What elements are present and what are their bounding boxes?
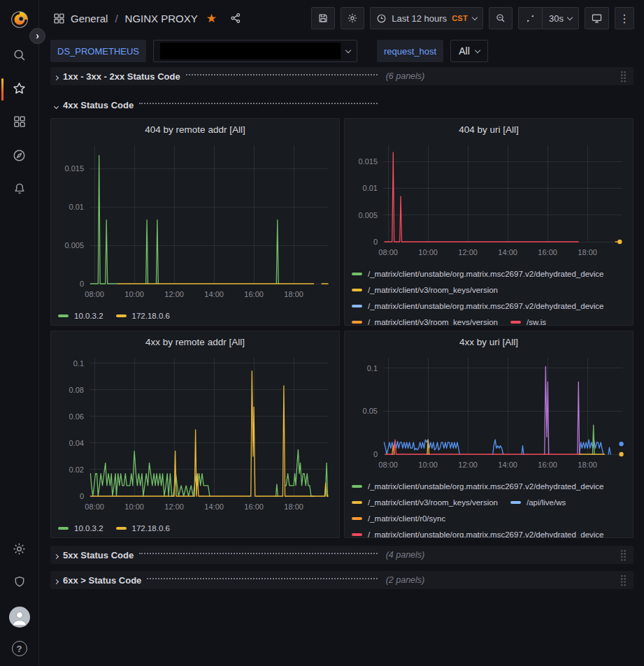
variable-select-ds-prometheus[interactable] xyxy=(153,40,357,62)
time-series-chart[interactable]: 00.0050.010.01508:0010:0012:0014:0016:00… xyxy=(57,140,334,302)
variable-select-request-host[interactable]: All xyxy=(450,40,488,62)
svg-text:0: 0 xyxy=(80,280,84,288)
svg-text:14:00: 14:00 xyxy=(498,461,517,469)
legend-item[interactable]: 10.0.3.2 xyxy=(58,307,103,324)
sidebar-item-configuration[interactable] xyxy=(0,533,39,567)
chevron-down-icon xyxy=(472,14,478,20)
panel-title[interactable]: 4xx by uri [All] xyxy=(345,331,633,352)
time-series-chart[interactable]: 00.0050.010.01508:0010:0012:0014:0016:00… xyxy=(351,140,628,260)
row-title: 5xx Status Code xyxy=(63,550,134,560)
time-series-chart[interactable]: 00.020.040.060.080.108:0010:0012:0014:00… xyxy=(57,352,334,514)
legend-swatch xyxy=(352,305,362,307)
legend-item[interactable]: 172.18.0.6 xyxy=(116,520,170,536)
svg-text:0.06: 0.06 xyxy=(69,412,84,421)
legend-swatch xyxy=(352,321,362,324)
panel-2: 404 by uri [All]00.0050.010.01508:0010:0… xyxy=(344,118,634,326)
svg-text:16:00: 16:00 xyxy=(244,502,264,511)
save-button[interactable] xyxy=(311,7,335,29)
svg-text:08:00: 08:00 xyxy=(85,290,104,298)
row-header-1xx-3xx-2xx[interactable]: 1xx - 3xx - 2xx Status Code (6 panels) xyxy=(50,67,634,85)
sidebar-item-dashboards[interactable] xyxy=(0,106,39,140)
legend-item[interactable]: /_matrix/client/unstable/org.matrix.msc2… xyxy=(352,266,604,282)
svg-text:10:00: 10:00 xyxy=(124,502,144,511)
bell-icon xyxy=(13,182,27,198)
sidebar-item-starred[interactable] xyxy=(0,73,39,106)
svg-text:10:00: 10:00 xyxy=(124,290,144,298)
time-range-picker[interactable]: Last 12 hours CST xyxy=(370,7,483,29)
legend-item[interactable]: /_matrix/client/unstable/org.matrix.msc2… xyxy=(352,298,604,314)
refresh-button[interactable] xyxy=(519,8,542,29)
legend-item[interactable]: /sw.js xyxy=(510,314,546,325)
legend-item[interactable]: /_matrix/client/v3/room_keys/version xyxy=(352,314,498,325)
row-header-6xx[interactable]: 6xx > Status Code (2 panels) xyxy=(50,571,634,589)
legend-item[interactable]: /_matrix/client/unstable/org.matrix.msc2… xyxy=(352,526,604,537)
legend-label: /_matrix/client/unstable/org.matrix.msc2… xyxy=(368,302,604,310)
time-range-label: Last 12 hours xyxy=(392,13,447,24)
cycle-view-mode-button[interactable] xyxy=(585,7,609,29)
svg-text:16:00: 16:00 xyxy=(244,290,264,298)
drag-handle-icon[interactable] xyxy=(620,549,627,561)
panel-4: 4xx by uri [All]00.050.108:0010:0012:001… xyxy=(344,331,634,538)
drag-handle-icon[interactable] xyxy=(620,574,627,586)
legend-swatch xyxy=(510,321,521,324)
sidebar-expand-button[interactable]: › xyxy=(29,28,45,44)
panel-title[interactable]: 4xx by remote addr [All] xyxy=(51,331,339,352)
legend-item[interactable]: /api/live/ws xyxy=(510,494,566,510)
panel-title[interactable]: 404 by remote addr [All] xyxy=(51,119,339,140)
legend-label: 172.18.0.6 xyxy=(132,524,170,533)
sidebar-item-profile[interactable] xyxy=(0,600,39,634)
dashboard-settings-button[interactable] xyxy=(341,7,364,29)
legend-swatch xyxy=(58,527,69,530)
panel-3: 4xx by remote addr [All]00.020.040.060.0… xyxy=(50,331,340,538)
legend-swatch xyxy=(116,527,127,530)
variable-label-ds-prometheus: DS_PROMETHEUS xyxy=(50,40,146,62)
favorite-star-icon[interactable]: ★ xyxy=(206,11,217,25)
sidebar-item-search[interactable] xyxy=(0,39,39,73)
legend-swatch xyxy=(352,485,362,488)
legend-label: /_matrix/client/v3/room_keys/version xyxy=(368,286,498,294)
variable-label-request-host: request_host xyxy=(377,40,443,62)
svg-text:0.015: 0.015 xyxy=(64,164,84,173)
legend-item[interactable]: 10.0.3.2 xyxy=(58,520,103,536)
row-header-5xx[interactable]: 5xx Status Code (4 panels) xyxy=(50,546,634,564)
legend-item[interactable]: /_matrix/client/r0/sync xyxy=(352,510,445,526)
avatar xyxy=(9,607,30,628)
sidebar-item-help[interactable]: ? xyxy=(0,634,39,663)
breadcrumb-section[interactable]: General xyxy=(71,13,108,24)
svg-text:18:00: 18:00 xyxy=(578,461,597,469)
panel-legend: /_matrix/client/unstable/org.matrix.msc2… xyxy=(345,475,633,537)
row-panel-count: (2 panels) xyxy=(386,575,425,585)
compass-icon xyxy=(12,148,27,166)
legend-label: /sw.js xyxy=(527,318,546,326)
svg-text:0.005: 0.005 xyxy=(64,241,84,249)
legend-label: 172.18.0.6 xyxy=(132,312,170,320)
star-icon xyxy=(12,81,27,99)
legend-item[interactable]: /_matrix/client/unstable/org.matrix.msc2… xyxy=(352,478,604,494)
sidebar-item-explore[interactable] xyxy=(0,140,39,173)
more-options-button[interactable]: ⋮ xyxy=(615,7,634,29)
share-icon[interactable] xyxy=(229,12,242,24)
svg-text:0: 0 xyxy=(80,492,84,500)
zoom-out-button[interactable] xyxy=(489,7,513,29)
sidebar-item-alerting[interactable] xyxy=(0,173,39,207)
help-icon: ? xyxy=(12,641,27,656)
refresh-interval-value: 30s xyxy=(549,13,564,24)
toolbar: Last 12 hours CST 30s xyxy=(311,7,634,29)
legend-swatch xyxy=(352,289,362,291)
panel-title[interactable]: 404 by uri [All] xyxy=(345,119,633,140)
breadcrumb-separator: / xyxy=(115,13,117,24)
drag-handle-icon[interactable] xyxy=(620,71,627,82)
dotted-leader xyxy=(186,74,378,75)
panel-legend: 10.0.3.2172.18.0.6 xyxy=(51,517,339,536)
legend-item[interactable]: 172.18.0.6 xyxy=(116,307,170,324)
row-header-4xx[interactable]: 4xx Status Code xyxy=(50,97,634,113)
legend-item[interactable]: /_matrix/client/v3/room_keys/version xyxy=(352,494,498,510)
refresh-interval-select[interactable]: 30s xyxy=(542,8,578,29)
legend-item[interactable]: /_matrix/client/v3/room_keys/version xyxy=(352,282,498,298)
time-series-chart[interactable]: 00.050.108:0010:0012:0014:0016:0018:00 xyxy=(351,352,628,472)
sidebar-item-server-admin[interactable] xyxy=(0,567,39,600)
legend-label: /_matrix/client/unstable/org.matrix.msc2… xyxy=(368,530,604,538)
chevron-down-icon xyxy=(55,99,58,111)
dashboard-canvas: 1xx - 3xx - 2xx Status Code (6 panels) 4… xyxy=(39,66,644,589)
legend-label: /_matrix/client/v3/room_keys/version xyxy=(368,318,498,326)
